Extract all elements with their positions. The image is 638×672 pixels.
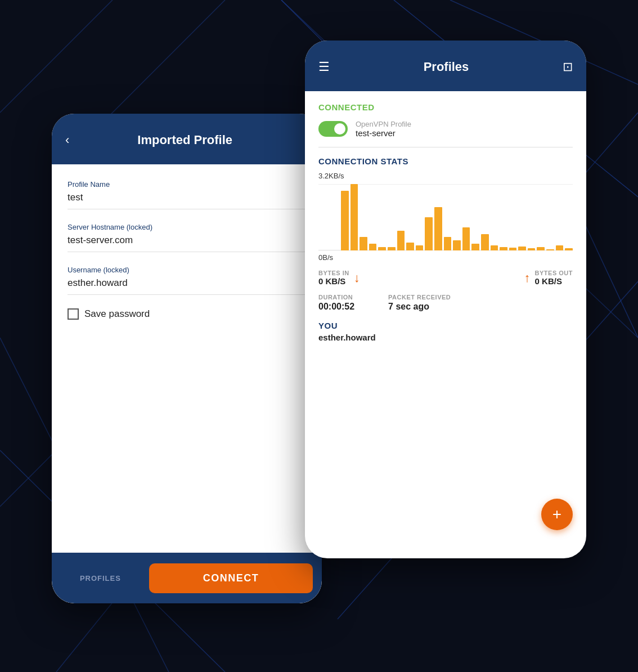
chart-bottom-label: 0B/s [318,253,333,262]
duration-value: 00:00:52 [318,302,354,312]
bar [556,245,564,250]
bar [360,237,367,250]
bar [537,247,545,250]
chart-top-label: 3.2KB/s [318,172,344,180]
packet-value: 7 sec ago [388,302,451,312]
bar [453,240,461,250]
duration-label: DURATION [318,294,354,301]
username-label: Username (locked) [68,266,306,274]
vpn-name: test-server [356,128,411,138]
bar [462,227,470,250]
duration-stats-row: DURATION 00:00:52 PACKET RECEIVED 7 sec … [318,294,573,312]
you-section: YOU esther.howard [318,321,573,342]
phone-right: ☰ Profiles ⊡ CONNECTED OpenVPN Profile t… [305,41,586,558]
bar [509,248,517,250]
bar [528,248,536,250]
save-password-checkbox[interactable] [68,308,79,320]
bar [425,217,433,250]
profile-name-label: Profile Name [68,180,306,189]
bytes-out-value: 0 KB/S [535,276,573,286]
bytes-in-stat: BYTES IN 0 KB/S ↓ [318,270,360,286]
bytes-stats-row: BYTES IN 0 KB/S ↓ ↑ BYTES OUT 0 KB/S [318,270,573,286]
bar [406,243,414,250]
bytes-out-text: BYTES OUT 0 KB/S [535,270,573,286]
right-phone-title: Profiles [330,60,563,74]
phones-container: ‹ Imported Profile Profile Name test Ser… [52,41,586,631]
bar [481,234,489,251]
server-hostname-field: Server Hostname (locked) test-server.com [68,223,306,252]
chart-area: 3.2KB/s 0B/s [318,172,573,262]
profiles-tab-button[interactable]: PROFILES [52,574,149,583]
fab-add-button[interactable]: + [541,499,573,530]
right-phone-body: CONNECTED OpenVPN Profile test-server CO… [305,91,586,353]
bar [434,207,442,250]
left-phone-footer: PROFILES CONNECT [52,553,322,603]
save-password-row[interactable]: Save password [68,308,306,320]
profile-name-field: Profile Name test [68,180,306,209]
save-password-label: Save password [84,308,150,320]
arrow-down-icon: ↓ [354,271,360,285]
right-phone-header: ☰ Profiles ⊡ [305,41,586,91]
bar [565,248,573,250]
bar [416,245,424,250]
divider [318,147,573,147]
server-hostname-value: test-server.com [68,235,306,252]
username-field: Username (locked) esther.howard [68,266,306,295]
bytes-out-stat: ↑ BYTES OUT 0 KB/S [524,270,573,286]
vpn-toggle[interactable] [318,121,348,137]
bar [471,244,479,250]
you-label: YOU [318,321,573,330]
bar [491,245,498,250]
bar [500,247,507,250]
bar [388,247,396,250]
bytes-in-text: BYTES IN 0 KB/S [318,270,349,286]
left-phone-body: Profile Name test Server Hostname (locke… [52,164,322,320]
packet-stat: PACKET RECEIVED 7 sec ago [388,294,451,312]
bar [397,231,405,250]
profile-name-value: test [68,192,306,209]
duration-stat: DURATION 00:00:52 [318,294,354,312]
server-hostname-label: Server Hostname (locked) [68,223,306,231]
left-phone-title: Imported Profile [78,133,291,147]
chart-bars [341,184,573,250]
menu-icon[interactable]: ☰ [318,60,330,74]
vpn-info: OpenVPN Profile test-server [356,120,411,138]
import-icon[interactable]: ⊡ [563,60,573,74]
bar [518,247,526,250]
bar [546,249,554,250]
left-phone-header: ‹ Imported Profile [52,114,322,164]
phone-left: ‹ Imported Profile Profile Name test Ser… [52,114,322,603]
bytes-in-label: BYTES IN [318,270,349,276]
bytes-out-label: BYTES OUT [535,270,573,276]
you-value: esther.howard [318,333,573,342]
arrow-up-icon: ↑ [524,271,531,285]
username-value: esther.howard [68,277,306,295]
bar [341,191,349,250]
back-button[interactable]: ‹ [65,133,69,147]
connect-button[interactable]: CONNECT [149,563,313,593]
vpn-type: OpenVPN Profile [356,120,411,128]
connected-status-label: CONNECTED [318,102,573,112]
bar [378,247,386,250]
packet-label: PACKET RECEIVED [388,294,451,301]
conn-stats-title: CONNECTION STATS [318,156,573,166]
bar [369,244,377,250]
bar [444,237,452,250]
bytes-in-value: 0 KB/S [318,276,349,286]
vpn-profile-row: OpenVPN Profile test-server [318,120,573,138]
bar [351,184,358,250]
